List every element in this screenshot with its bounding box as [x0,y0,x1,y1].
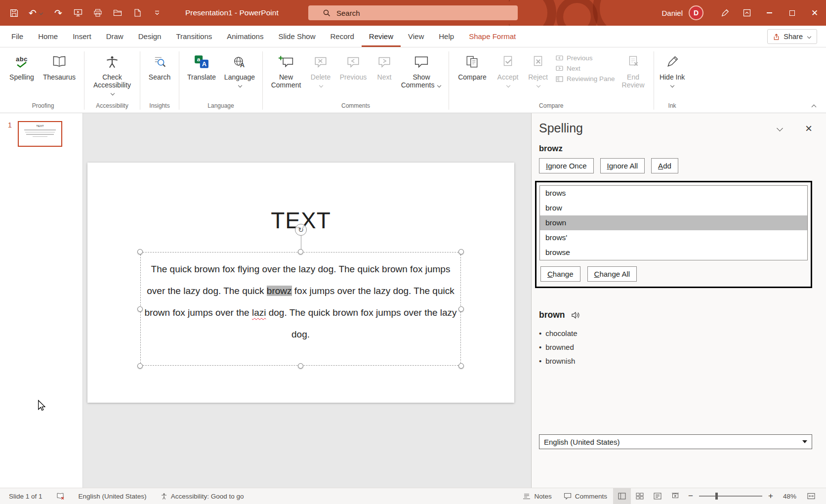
end-review-button[interactable]: End Review [617,50,650,90]
quick-access-toolbar: ↶ ↷ [0,4,166,22]
avatar[interactable]: D [689,5,703,20]
rotate-handle[interactable]: ↻ [295,224,307,236]
pane-close-icon[interactable]: × [805,123,812,134]
tab-shape-format[interactable]: Shape Format [461,26,523,47]
suggestion-preview-word: brown [539,310,565,320]
undo-button[interactable]: ↶ [25,4,47,22]
suggestion-item-selected[interactable]: brown [540,215,807,230]
tab-design[interactable]: Design [131,26,169,47]
ignore-once-button[interactable]: Ignore Once [539,158,594,173]
misspelled-word-highlight[interactable]: browz [267,286,292,296]
slide[interactable]: TEXT ↻ The quick brown fox flying over t… [87,163,514,403]
slide-indicator[interactable]: Slide 1 of 1 [9,493,42,500]
speaker-icon[interactable] [571,311,580,319]
add-button[interactable]: Add [651,158,678,173]
previous-comment-button[interactable]: Previous [336,50,371,82]
tab-home[interactable]: Home [31,26,65,47]
proofing-language-dropdown[interactable]: English (United States) [539,434,812,449]
open-file-button[interactable] [109,4,126,22]
notes-button[interactable]: Notes [517,488,557,504]
accessibility-status-button[interactable]: Accessibility: Good to go [161,493,244,500]
check-accessibility-button[interactable]: Check Accessibility [88,50,136,98]
reviewing-pane-button[interactable]: Reviewing Pane [556,75,615,83]
resize-handle-top-right[interactable] [458,249,464,254]
save-button[interactable] [5,4,23,22]
show-comments-button[interactable]: Show Comments [398,50,445,90]
resize-handle-top-left[interactable] [137,249,143,254]
flagged-word-squiggle[interactable]: lazi [252,307,266,318]
pane-chevron-down-icon[interactable] [777,126,784,130]
next-change-button[interactable]: Next [556,65,615,72]
close-button[interactable]: ✕ [803,0,826,26]
user-name[interactable]: Daniel [661,9,683,17]
resize-handle-bottom-center[interactable] [298,363,303,369]
pen-mode-button[interactable] [714,0,736,26]
share-button[interactable]: Share [767,29,817,44]
tab-insert[interactable]: Insert [65,26,99,47]
tab-animations[interactable]: Animations [219,26,271,47]
slide-thumbnail[interactable]: TEXT [18,121,62,147]
zoom-in-button[interactable]: + [764,488,777,504]
group-language: aA Translate A Language Language [179,48,262,113]
change-button[interactable]: Change [540,266,580,282]
suggestion-item[interactable]: brow [540,201,807,215]
collapse-ribbon-button[interactable] [811,104,818,109]
resize-handle-top-center[interactable] [298,249,303,254]
suggestion-item[interactable]: brows [540,186,807,201]
reject-button[interactable]: Reject [524,50,552,90]
search-bar[interactable]: Search [308,5,518,20]
normal-view-button[interactable] [613,488,631,504]
tab-help[interactable]: Help [431,26,461,47]
hide-ink-button[interactable]: Hide Ink [658,50,687,90]
language-status[interactable]: English (United States) [79,493,147,500]
fit-slide-button[interactable] [802,488,820,504]
reading-view-button[interactable] [649,488,666,504]
tab-transitions[interactable]: Transitions [168,26,219,47]
resize-handle-bottom-left[interactable] [137,363,143,369]
resize-handle-bottom-right[interactable] [458,363,464,369]
suggestion-item[interactable]: browse [540,245,807,260]
accept-button[interactable]: Accept [493,50,523,90]
ribbon-display-options-button[interactable] [736,0,758,26]
new-comment-button[interactable]: New Comment [267,50,305,90]
resize-handle-middle-left[interactable] [137,306,143,312]
ignore-all-button[interactable]: Ignore All [600,158,645,173]
tab-review[interactable]: Review [362,26,401,47]
slide-sorter-view-button[interactable] [631,488,649,504]
delete-comment-button[interactable]: Delete [306,50,335,90]
group-ink: Hide Ink Ink [654,48,691,113]
slideshow-view-button[interactable] [666,488,684,504]
language-button[interactable]: A Language [221,50,258,90]
suggestion-item[interactable]: brows' [540,230,807,245]
resize-handle-middle-right[interactable] [458,306,464,312]
zoom-level[interactable]: 48% [777,493,802,500]
slide-textbox[interactable]: The quick brown fox flying over the lazy… [140,252,461,366]
tab-view[interactable]: View [401,26,431,47]
maximize-button[interactable] [781,0,803,26]
zoom-out-button[interactable]: − [684,488,697,504]
translate-button[interactable]: aA Translate [183,50,220,82]
ribbon-display-icon [743,9,751,17]
spellcheck-status-button[interactable] [56,493,65,500]
change-all-button[interactable]: Change All [587,266,637,282]
compare-button[interactable]: Compare [453,50,492,82]
previous-change-button[interactable]: Previous [556,54,615,62]
redo-button[interactable]: ↷ [49,4,67,22]
spelling-button[interactable]: abc Spelling [6,50,38,82]
zoom-slider-thumb[interactable] [715,493,718,500]
comments-button[interactable]: Comments [558,488,613,504]
start-slideshow-button[interactable] [69,4,87,22]
tab-file[interactable]: File [4,26,31,47]
minimize-button[interactable] [758,0,781,26]
thesaurus-button[interactable]: Thesaurus [39,50,80,82]
quick-print-button[interactable] [89,4,107,22]
customize-quick-access-button[interactable] [148,4,166,22]
new-presentation-button[interactable] [128,4,146,22]
tab-slide-show[interactable]: Slide Show [271,26,323,47]
next-comment-button[interactable]: Next [372,50,397,82]
group-label-ink: Ink [658,101,687,113]
tab-draw[interactable]: Draw [99,26,131,47]
zoom-slider[interactable] [699,496,762,497]
tab-record[interactable]: Record [323,26,361,47]
smart-search-button[interactable]: Search [144,50,175,82]
